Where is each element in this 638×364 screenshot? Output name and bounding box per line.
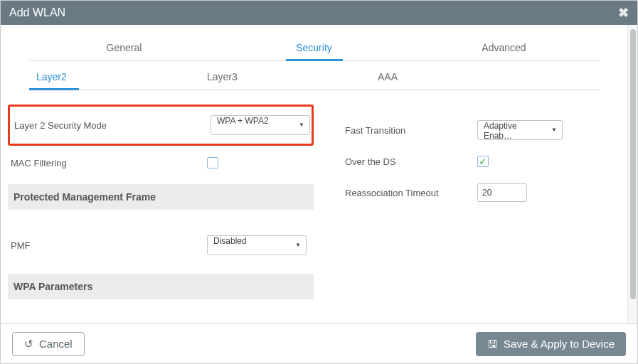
undo-icon: ↺ xyxy=(24,338,33,350)
row-reassoc-timeout: Reassociation Timeout xyxy=(342,178,613,207)
otds-label: Over the DS xyxy=(342,156,477,167)
pmf-section-header: Protected Management Frame xyxy=(8,184,314,210)
left-column: Layer 2 Security Mode WPA + WPA2 MAC Fil… xyxy=(8,105,314,323)
reassoc-input[interactable] xyxy=(477,183,527,202)
tab-general[interactable]: General xyxy=(29,38,219,60)
ft-label: Fast Transition xyxy=(342,125,477,136)
modal-body: General Security Advanced Layer2 Layer3 … xyxy=(1,25,637,323)
content: General Security Advanced Layer2 Layer3 … xyxy=(1,25,627,323)
save-icon: 🖫 xyxy=(487,338,498,350)
titlebar: Add WLAN ✖ xyxy=(1,1,637,25)
row-over-the-ds: Over the DS ✓ xyxy=(342,147,613,176)
form-scroll[interactable]: Layer 2 Security Mode WPA + WPA2 MAC Fil… xyxy=(8,90,620,323)
reassoc-label: Reassociation Timeout xyxy=(342,188,477,198)
subtab-aaa[interactable]: AAA xyxy=(371,71,541,90)
subtab-layer2[interactable]: Layer2 xyxy=(29,71,200,90)
row-fast-transition: Fast Transition Adaptive Enab… xyxy=(342,116,613,144)
tab-advanced[interactable]: Advanced xyxy=(409,38,599,60)
macfilter-checkbox[interactable] xyxy=(207,157,218,168)
pmf-select-wrap: Disabled xyxy=(207,235,307,255)
modal-footer: ↺ Cancel 🖫 Save & Apply to Device xyxy=(1,323,637,363)
save-apply-button[interactable]: 🖫 Save & Apply to Device xyxy=(476,332,626,356)
l2-security-highlight: Layer 2 Security Mode WPA + WPA2 xyxy=(8,105,314,146)
ft-select[interactable]: Adaptive Enab… xyxy=(477,120,563,140)
l2mode-select[interactable]: WPA + WPA2 xyxy=(211,115,310,135)
vertical-scrollbar[interactable] xyxy=(627,25,637,323)
pmf-label: PMF xyxy=(8,240,207,251)
otds-checkbox[interactable]: ✓ xyxy=(477,156,489,167)
tab-security[interactable]: Security xyxy=(219,38,409,60)
wpa-section-header: WPA Parameters xyxy=(8,274,314,299)
check-icon: ✓ xyxy=(479,156,487,166)
cancel-button[interactable]: ↺ Cancel xyxy=(12,332,85,356)
main-tabs: General Security Advanced xyxy=(29,38,599,61)
pmf-select[interactable]: Disabled xyxy=(207,235,307,255)
form-columns: Layer 2 Security Mode WPA + WPA2 MAC Fil… xyxy=(8,105,613,323)
close-icon[interactable]: ✖ xyxy=(618,5,629,21)
macfilter-label: MAC Filtering xyxy=(8,158,207,168)
l2mode-label: Layer 2 Security Mode xyxy=(11,120,211,131)
right-column: Fast Transition Adaptive Enab… Over the … xyxy=(342,105,613,323)
ft-select-wrap: Adaptive Enab… xyxy=(477,120,563,140)
subtab-layer3[interactable]: Layer3 xyxy=(200,71,371,90)
scrollbar-thumb[interactable] xyxy=(630,29,636,299)
modal-title: Add WLAN xyxy=(9,6,65,19)
save-label: Save & Apply to Device xyxy=(504,338,615,350)
row-l2-security-mode: Layer 2 Security Mode WPA + WPA2 xyxy=(11,111,310,139)
add-wlan-modal: Add WLAN ✖ General Security Advanced Lay… xyxy=(0,0,638,364)
security-subtabs: Layer2 Layer3 AAA xyxy=(29,71,599,90)
l2mode-select-wrap: WPA + WPA2 xyxy=(211,115,310,135)
cancel-label: Cancel xyxy=(39,338,73,350)
row-pmf: PMF Disabled xyxy=(8,231,314,259)
row-mac-filtering: MAC Filtering xyxy=(8,149,314,177)
row-wpa-policy: WPA Policy xyxy=(8,316,314,323)
